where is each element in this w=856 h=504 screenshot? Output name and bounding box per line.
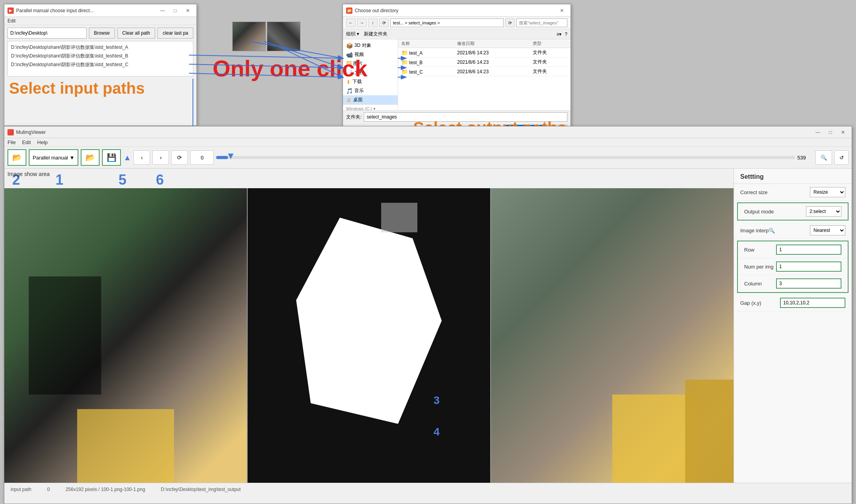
file-name-a: test_A — [409, 50, 422, 56]
correct-size-select[interactable]: Resize — [810, 187, 845, 197]
new-folder-btn[interactable]: 新建文件夹 — [364, 31, 387, 37]
search-box[interactable] — [516, 19, 567, 27]
viewer-window: 🔴 MulimgViewer — □ ✕ File Edit Help 📂 Pa… — [4, 126, 852, 504]
next-button[interactable]: › — [152, 150, 169, 165]
clear-last-button[interactable]: clear last pa — [157, 28, 193, 39]
refresh-addr-button[interactable]: ⟳ — [379, 19, 389, 27]
file-row-test-a[interactable]: 📁 test_A 2021/8/6 14:23 文件夹 — [398, 48, 571, 57]
input-dir-title: ▶ Parallel manual choose input direct... — [7, 7, 94, 14]
column-label: Column — [744, 281, 776, 287]
num-per-img-control — [776, 261, 841, 272]
drives-section: Windows (C:) ▾ — [343, 104, 398, 110]
gap-input[interactable] — [780, 298, 845, 308]
file-table: 名称 修改日期 类型 📁 test_A 2021/8/6 14:23 文件夹 📁… — [398, 39, 571, 76]
nav-pane: 📦3D 对象 📹视频 🖼图片 📄文档 ⬇下载 🎵音乐 🖥桌面 Windows (… — [343, 39, 398, 110]
viewer-toolbar: 📂 Parallel manual ▼ 📂 💾 ▲ ‹ › ⟳ 539 🔍 ↺ — [4, 147, 852, 169]
mode-label: Parallel manual — [33, 155, 68, 161]
filename-label: 文件夹: — [346, 114, 361, 120]
thumb-2 — [267, 22, 300, 51]
image-sim-3 — [491, 188, 734, 483]
image-panel-2 — [248, 188, 491, 483]
output-dir-titlebar: 📁 Choose out directory ✕ — [343, 4, 571, 17]
rotate-button[interactable]: ⟳ — [171, 150, 188, 165]
organize-btn[interactable]: 组织 ▾ — [346, 31, 359, 37]
path-item-2: D:\ncfey\Desktop\share\阴影评估数据集\istd_test… — [11, 52, 190, 60]
forward-button[interactable]: → — [357, 19, 367, 27]
menu-file[interactable]: File — [7, 139, 16, 145]
menu-help[interactable]: Help — [37, 139, 48, 145]
nav-video[interactable]: 📹视频 — [343, 50, 398, 59]
output-mode-select[interactable]: 2:select — [806, 206, 841, 217]
col-name: 名称 — [398, 39, 454, 48]
back-button[interactable]: ← — [346, 19, 356, 27]
viewer-close[interactable]: ✕ — [837, 128, 849, 137]
file-name-b: test_B — [409, 60, 422, 65]
addr-refresh-button[interactable]: ⟳ — [505, 19, 515, 27]
row-row: Row — [738, 241, 848, 258]
filename-input[interactable] — [364, 112, 567, 122]
correct-size-row: Correct size Resize — [734, 184, 852, 201]
close-button[interactable]: ✕ — [182, 6, 193, 15]
open-input-button[interactable]: 📂 — [7, 149, 26, 166]
help-btn[interactable]: ? — [565, 32, 567, 37]
input-dir-controls: — □ ✕ — [157, 6, 193, 15]
image-panel-1 — [4, 188, 248, 483]
up-button[interactable]: ↑ — [368, 19, 378, 27]
gap-row: Gap (x,y) — [734, 295, 852, 311]
image-interp-row: Image interp🔍 Nearest — [734, 222, 852, 239]
mode-dropdown[interactable]: Parallel manual ▼ — [29, 149, 78, 166]
nav-3d[interactable]: 📦3D 对象 — [343, 41, 398, 50]
input-dir-menubar: Edit — [4, 17, 196, 25]
clear-all-button[interactable]: Clear all path — [117, 28, 156, 39]
column-input[interactable] — [776, 278, 841, 289]
row-input[interactable] — [776, 245, 841, 255]
viewer-maximize[interactable]: □ — [825, 128, 836, 137]
viewer-minimize[interactable]: — — [812, 128, 823, 137]
num-label-1: 1 — [56, 172, 63, 188]
input-dir-icon: ▶ — [7, 7, 14, 14]
frame-input[interactable] — [190, 150, 214, 165]
save-button[interactable]: 💾 — [102, 149, 121, 166]
nav-download[interactable]: ⬇下载 — [343, 77, 398, 86]
num-per-img-input[interactable] — [776, 261, 841, 272]
output-close-button[interactable]: ✕ — [556, 6, 567, 15]
file-row-test-c[interactable]: 📁 test_C 2021/8/6 14:23 文件夹 — [398, 67, 571, 76]
open-output-button[interactable]: 📂 — [81, 149, 100, 166]
edit-menu[interactable]: Edit — [7, 18, 16, 24]
maximize-button[interactable]: □ — [170, 6, 181, 15]
output-mode-label: Output mode — [744, 209, 806, 215]
address-path[interactable]: test... > select_images > — [390, 19, 504, 27]
nav-music[interactable]: 🎵音乐 — [343, 86, 398, 95]
minimize-button[interactable]: — — [157, 6, 168, 15]
output-mode-control: 2:select — [806, 206, 841, 217]
nav-desktop[interactable]: 🖥桌面 — [343, 95, 398, 104]
main-content: Image show area 2 1 5 6 — [4, 169, 852, 483]
num-label-6: 6 — [156, 172, 164, 188]
svg-line-3 — [189, 73, 343, 77]
nav-image[interactable]: 🖼图片 — [343, 59, 398, 68]
input-dir-title-text: Parallel manual choose input direct... — [16, 8, 94, 13]
file-content: 📦3D 对象 📹视频 🖼图片 📄文档 ⬇下载 🎵音乐 🖥桌面 Windows (… — [343, 39, 571, 110]
path-input[interactable] — [7, 28, 87, 39]
menu-edit[interactable]: Edit — [22, 139, 31, 145]
output-mode-row: Output mode 2:select — [738, 203, 848, 220]
browse-button[interactable]: Browse — [89, 28, 115, 39]
col-date: 修改日期 — [454, 39, 530, 48]
viewer-icon: 🔴 — [7, 129, 14, 135]
image-panel-3 — [491, 188, 734, 483]
path-item-3: D:\ncfey\Desktop\share\阴影评估数据集\istd_test… — [11, 60, 190, 69]
prev-button[interactable]: ‹ — [133, 150, 150, 165]
num-per-img-label: Num per img — [744, 264, 776, 270]
settings-panel: Settting Correct size Resize Output mode… — [734, 169, 852, 483]
view-btn[interactable]: ≡▾ — [556, 32, 561, 37]
viewer-title-text: MulimgViewer — [16, 130, 46, 135]
nav-doc[interactable]: 📄文档 — [343, 68, 398, 77]
image-interp-select[interactable]: Nearest — [810, 225, 845, 235]
refresh-button[interactable]: ↺ — [834, 150, 849, 165]
search-tool-button[interactable]: 🔍 — [815, 150, 832, 165]
file-type-c: 文件夹 — [530, 67, 571, 76]
main-pane: 名称 修改日期 类型 📁 test_A 2021/8/6 14:23 文件夹 📁… — [398, 39, 571, 110]
viewer-controls: — □ ✕ — [812, 128, 849, 137]
file-row-test-b[interactable]: 📁 test_B 2021/8/6 14:23 文件夹 — [398, 57, 571, 67]
output-dir-icon: 📁 — [346, 7, 352, 14]
